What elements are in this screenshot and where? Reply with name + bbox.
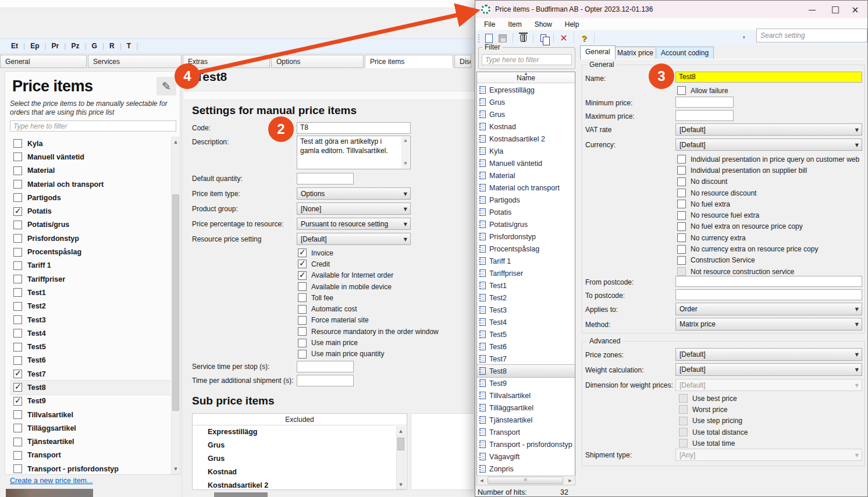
list-item[interactable]: Test6 (477, 340, 575, 353)
tab-general[interactable]: General (580, 45, 616, 59)
price-item-row[interactable]: Tilläggsartikel (10, 421, 170, 435)
description-input[interactable]: Test att göra en artikeltyp i gamla edit… (297, 136, 411, 169)
checkbox[interactable] (13, 193, 22, 202)
list-item[interactable]: Tillvalsartikel (477, 389, 575, 402)
allow-failure-checkbox[interactable] (677, 86, 686, 95)
scroll-down-icon[interactable]: ▼ (397, 481, 405, 489)
editor-checkbox-row[interactable]: Resource mandatory in the order window (298, 326, 439, 337)
checkbox[interactable] (677, 245, 686, 254)
close-button[interactable]: × (846, 3, 864, 16)
dimension-weight-select[interactable]: [Default] (675, 379, 862, 391)
scrollbar-thumb[interactable] (172, 194, 179, 411)
checkbox[interactable] (13, 180, 22, 189)
tab-options[interactable]: Options (271, 55, 364, 68)
quick-tab-pz[interactable]: Pz (66, 41, 84, 51)
delete-button[interactable] (518, 33, 528, 44)
scroll-right-icon[interactable]: ▶ (566, 477, 574, 484)
checkbox[interactable] (13, 356, 22, 365)
help-button[interactable]: ? (579, 33, 589, 44)
checkbox[interactable] (13, 275, 22, 283)
list-item[interactable]: Manuell väntetid (477, 157, 575, 169)
new-item-button[interactable] (483, 33, 494, 44)
list-item[interactable]: Test5 (477, 328, 575, 340)
checkbox[interactable] (13, 329, 22, 338)
list-item[interactable]: Tjänsteartikel (477, 414, 575, 426)
price-item-row[interactable]: Material (10, 164, 170, 178)
list-item[interactable]: Zonpris (477, 463, 575, 475)
list-item[interactable]: Material (477, 169, 575, 182)
general-checkbox-row[interactable]: Individual presentation on supplier bill (677, 165, 859, 176)
checkbox[interactable] (13, 288, 22, 297)
excluded-item[interactable]: Grus (193, 452, 407, 466)
quick-tab-g[interactable]: G (87, 41, 102, 51)
maximum-price-input[interactable] (675, 110, 734, 121)
checkbox[interactable] (298, 327, 307, 336)
checkbox[interactable] (298, 282, 307, 291)
list-item[interactable]: Transport (477, 426, 575, 438)
from-postcode-input[interactable] (675, 276, 862, 287)
tab-disc[interactable]: Disc (454, 55, 471, 68)
panel-filter-input[interactable]: Type here to filter (10, 120, 176, 132)
quick-tab-r[interactable]: R (104, 41, 120, 51)
scroll-up-icon[interactable]: ▲ (401, 137, 410, 145)
price-item-row[interactable]: Partigods (10, 191, 170, 204)
name-column-header[interactable]: ▲ Name (477, 72, 575, 83)
scrollbar-thumb[interactable] (488, 477, 563, 484)
list-item[interactable]: Procentspåslag (477, 243, 575, 255)
tab-services[interactable]: Services (88, 55, 182, 68)
search-setting-input[interactable]: Search setting (756, 29, 867, 42)
checkbox[interactable] (13, 410, 22, 419)
checkbox[interactable] (13, 234, 22, 243)
checkbox[interactable] (298, 339, 307, 347)
general-checkbox-row[interactable]: No fuel extra on resource price copy (677, 221, 859, 232)
resource-price-setting-select[interactable]: [Default] (297, 233, 411, 245)
scroll-up-icon[interactable]: ▲ (172, 137, 180, 147)
price-item-row[interactable]: Test3 (10, 313, 170, 326)
general-checkbox-row[interactable]: No discount (677, 176, 859, 187)
editor-checkbox-row[interactable]: Toll fee (298, 292, 439, 303)
excluded-scrollbar[interactable]: ▲ ▼ (396, 427, 405, 489)
scroll-down-icon[interactable]: ▼ (401, 160, 410, 168)
checkbox[interactable] (13, 248, 22, 257)
checkbox[interactable] (298, 316, 307, 325)
checkbox[interactable] (677, 256, 686, 265)
list-item[interactable]: Vägavgift (477, 450, 575, 463)
minimize-button[interactable]: — (803, 3, 821, 16)
checkbox[interactable] (298, 350, 307, 358)
list-item[interactable]: Test1 (477, 279, 575, 292)
scroll-left-icon[interactable]: ◀ (478, 477, 486, 484)
tab-price-items[interactable]: Price items (365, 55, 453, 68)
method-select[interactable]: Matrix price (675, 318, 862, 331)
horizontal-scrollbar[interactable]: ◀ ▶ (476, 475, 575, 485)
toolbar-grip[interactable] (478, 34, 480, 43)
editor-checkbox-row[interactable]: Available for Internet order (298, 270, 439, 281)
copy-button[interactable] (538, 33, 549, 44)
checkbox[interactable] (13, 315, 22, 324)
checkbox[interactable] (13, 343, 22, 352)
menu-help[interactable]: Help (565, 20, 579, 29)
checkbox[interactable] (677, 233, 686, 242)
list-item[interactable]: Grus (477, 96, 575, 108)
general-checkbox-row[interactable]: No resource discount (677, 187, 859, 198)
price-item-row[interactable]: Procentspåslag (10, 245, 170, 258)
edit-button[interactable]: ✎ (156, 77, 176, 95)
excluded-item[interactable]: Grus (193, 439, 407, 452)
checkbox[interactable] (298, 293, 307, 302)
code-input[interactable]: T8 (297, 122, 411, 134)
price-item-row[interactable]: Test9 (10, 395, 170, 408)
list-item[interactable]: Expresstillägg (477, 84, 575, 96)
quick-tab-t[interactable]: T (122, 41, 136, 51)
checkbox[interactable] (13, 302, 22, 311)
allow-failure-checkbox-row[interactable]: Allow failure (677, 85, 728, 96)
editor-checkbox-row[interactable]: Credit (298, 258, 439, 269)
list-item[interactable]: Tariffpriser (477, 267, 575, 279)
list-item[interactable]: Partigods (477, 194, 575, 206)
checkbox[interactable] (13, 221, 22, 229)
checkbox[interactable] (13, 424, 22, 432)
checkbox[interactable] (298, 305, 307, 314)
price-item-row[interactable]: Manuell väntetid (10, 150, 170, 164)
price-item-row[interactable]: Tariffpriser (10, 272, 170, 286)
checkbox[interactable] (13, 139, 22, 148)
quick-tab-ep[interactable]: Ep (25, 41, 44, 51)
checkbox[interactable] (13, 152, 22, 161)
